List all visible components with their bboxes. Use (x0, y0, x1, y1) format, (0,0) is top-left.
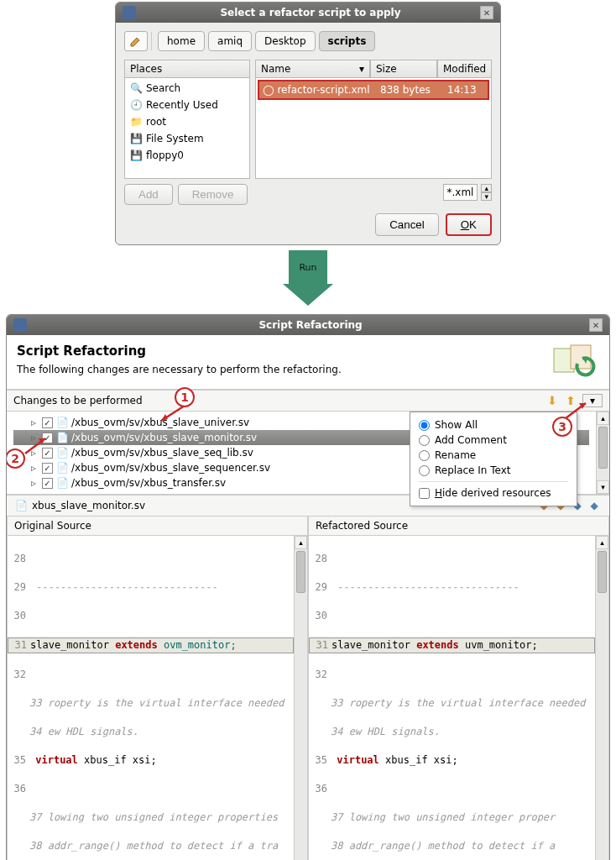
tree-item-label: /xbus_ovm/sv/xbus_slave_monitor.sv (71, 432, 257, 443)
changes-tree[interactable]: ▹📄/xbus_ovm/sv/xbus_slave_univer.sv ▹📄/x… (7, 412, 596, 494)
menu-hide-derived[interactable]: Hide derived resources (419, 485, 568, 501)
place-root[interactable]: 📁root (127, 113, 248, 130)
refactored-source-pane: Refactored Source 28 29 ----------------… (308, 516, 609, 860)
app-icon (123, 6, 136, 19)
checkbox[interactable] (42, 417, 53, 428)
page-heading: Script Refactoring (17, 343, 552, 359)
files-pane: Name▾ Size Modified ◯ refactor-script.xm… (255, 60, 492, 205)
expand-icon[interactable]: ▹ (29, 477, 39, 489)
scroll-up-icon[interactable]: ▴ (597, 412, 609, 425)
checkbox[interactable] (42, 463, 53, 474)
original-code[interactable]: 28 29 ------------------------------ 30 … (8, 536, 294, 860)
file-filter-select[interactable]: *.xml (443, 184, 478, 201)
sv-file-icon: 📄 (56, 462, 68, 474)
app-icon (13, 318, 27, 332)
tree-item-label: /xbus_ovm/sv/xbus_transfer.sv (71, 477, 226, 489)
dialog-title: Script Refactoring (32, 319, 589, 331)
path-bar: home amiq Desktop scripts (124, 31, 492, 51)
file-size: 838 bytes (380, 84, 444, 96)
column-size[interactable]: Size (370, 60, 437, 78)
add-button[interactable]: Add (124, 184, 173, 205)
places-pane: Places 🔍Search 🕘Recently Used 📁root 💾Fil… (124, 60, 250, 205)
next-change-icon[interactable]: ⬇ (546, 394, 559, 407)
column-modified[interactable]: Modified (437, 60, 492, 78)
close-icon[interactable]: ✕ (480, 6, 493, 19)
file-name: refactor-script.xml (277, 84, 377, 96)
column-name[interactable]: Name▾ (255, 60, 370, 78)
original-source-pane: Original Source 28 29 ------------------… (7, 516, 308, 860)
compare-nav-icon[interactable]: ◆ (587, 499, 601, 512)
compare-tab-label: xbus_slave_monitor.sv (32, 500, 145, 511)
close-icon[interactable]: ✕ (589, 318, 603, 332)
refa-scrollbar[interactable]: ▴▾ (595, 536, 608, 860)
menu-rename[interactable]: Rename (419, 448, 568, 463)
sv-file-icon: 📄 (56, 447, 68, 459)
sv-file-icon: 📄 (56, 417, 68, 428)
scroll-down-icon[interactable]: ▾ (597, 480, 609, 494)
refactoring-dialog: Script Refactoring ✕ Script Refactoring … (6, 314, 610, 860)
refactored-header: Refactored Source (309, 517, 608, 536)
place-search[interactable]: 🔍Search (127, 80, 248, 97)
titlebar: Select a refactor script to apply ✕ (116, 3, 500, 23)
tree-item-label: /xbus_ovm/sv/xbus_slave_seq_lib.sv (71, 447, 253, 459)
refactor-wizard-icon (552, 343, 599, 377)
path-segment[interactable]: Desktop (255, 31, 316, 51)
refactored-code[interactable]: 28 29 ------------------------------ 30 … (309, 536, 595, 860)
callout-3: 3 (552, 417, 572, 437)
callout-1: 1 (175, 387, 195, 407)
sort-icon: ▾ (359, 63, 364, 75)
cancel-button[interactable]: Cancel (375, 213, 439, 236)
xml-file-icon: ◯ (263, 84, 274, 96)
orig-scrollbar[interactable]: ▴▾ (294, 536, 307, 860)
changes-label: Changes to be performed (13, 395, 540, 406)
path-segment[interactable]: amiq (208, 31, 252, 51)
titlebar: Script Refactoring ✕ (7, 315, 609, 335)
callout-2: 2 (6, 448, 25, 469)
place-recently-used[interactable]: 🕘Recently Used (127, 97, 248, 113)
path-segment-current[interactable]: scripts (319, 31, 376, 51)
path-segment[interactable]: home (158, 31, 205, 51)
run-label: Run (299, 262, 316, 273)
edit-path-icon[interactable] (124, 31, 148, 51)
sv-file-icon: 📄 (15, 500, 27, 511)
menu-show-all[interactable]: Show All (419, 417, 568, 433)
tree-item-label: /xbus_ovm/sv/xbus_slave_sequencer.sv (71, 462, 270, 474)
sv-file-icon: 📄 (56, 432, 68, 443)
original-header: Original Source (8, 517, 307, 536)
menu-add-comment[interactable]: Add Comment (419, 433, 568, 448)
file-chooser-dialog: Select a refactor script to apply ✕ home… (115, 2, 501, 245)
dialog-title: Select a refactor script to apply (141, 7, 480, 18)
expand-icon[interactable]: ▹ (29, 462, 39, 474)
run-arrow: Run (0, 247, 616, 312)
checkbox[interactable] (42, 478, 53, 489)
remove-button[interactable]: Remove (178, 184, 248, 205)
file-modified: 14:13 (447, 84, 484, 96)
sv-file-icon: 📄 (56, 477, 68, 489)
filter-down-icon[interactable]: ▾ (481, 192, 492, 201)
page-subtitle: The following changes are necessary to p… (17, 364, 552, 375)
place-floppy0[interactable]: 💾floppy0 (127, 147, 248, 164)
scrollbar-thumb[interactable] (598, 427, 608, 469)
place-file-system[interactable]: 💾File System (127, 130, 248, 147)
ok-button[interactable]: OK (446, 213, 492, 236)
menu-replace-in-text[interactable]: Replace In Text (419, 463, 568, 478)
file-row-selected[interactable]: ◯ refactor-script.xml 838 bytes 14:13 (258, 80, 489, 100)
filter-up-icon[interactable]: ▴ (481, 184, 492, 192)
places-header: Places (124, 60, 250, 78)
tree-scrollbar[interactable]: ▴ ▾ (596, 412, 609, 494)
expand-icon[interactable]: ▹ (29, 417, 39, 428)
